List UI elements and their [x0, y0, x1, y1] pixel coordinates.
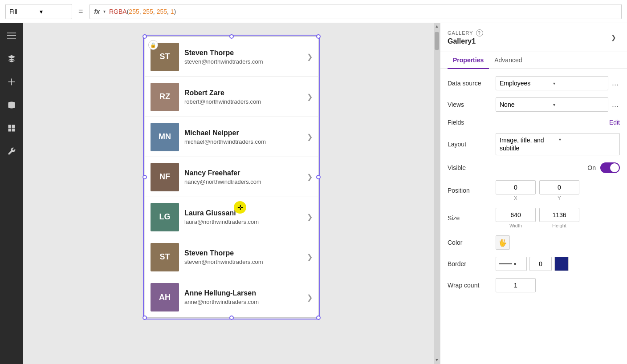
- border-line-preview: [499, 263, 512, 264]
- pos-x-input[interactable]: [496, 180, 536, 194]
- border-color-swatch[interactable]: [554, 257, 569, 271]
- views-value: None: [500, 101, 551, 108]
- layout-row: Layout Image, title, and subtitle ▾: [448, 133, 620, 155]
- panel-label: GALLERY ?: [448, 29, 607, 36]
- views-row: Views None ▾ …: [448, 97, 620, 112]
- avatar: LG: [151, 203, 179, 231]
- left-sidebar: [0, 23, 23, 364]
- visible-toggle[interactable]: [600, 162, 620, 173]
- border-width-input[interactable]: [529, 257, 552, 271]
- handle-top-mid[interactable]: [229, 34, 234, 39]
- handle-bot-mid[interactable]: [229, 315, 234, 320]
- y-label: Y: [558, 195, 561, 201]
- gallery-item[interactable]: STSteven Thorpesteven@northwindtraders.c…: [145, 37, 318, 77]
- handle-top-right[interactable]: [316, 34, 321, 39]
- wrap-count-label: Wrap count: [448, 282, 492, 289]
- tab-advanced[interactable]: Advanced: [489, 52, 527, 69]
- chevron-right-icon: ❯: [307, 213, 313, 221]
- item-email: laura@northwindtraders.com: [184, 218, 307, 225]
- layout-dropdown[interactable]: Image, title, and subtitle ▾: [496, 133, 620, 155]
- toggle-knob: [610, 163, 619, 172]
- fill-label: Fill: [9, 8, 38, 15]
- border-row: Border ▾: [448, 257, 620, 271]
- item-email: anne@northwindtraders.com: [184, 299, 307, 305]
- svg-rect-8: [8, 129, 12, 132]
- visible-control: On: [496, 162, 620, 173]
- lock-icon: 🔒: [148, 40, 158, 50]
- tools-icon[interactable]: [4, 144, 19, 158]
- views-dropdown[interactable]: None ▾: [496, 97, 608, 112]
- item-email: michael@northwindtraders.com: [184, 138, 307, 145]
- database-icon[interactable]: [4, 98, 19, 112]
- menu-icon[interactable]: [4, 28, 19, 43]
- fx-icon: fx: [94, 8, 100, 15]
- fx-chevron: ▾: [103, 9, 106, 14]
- gallery-item[interactable]: RZRobert Zarerobert@northwindtraders.com…: [145, 77, 318, 117]
- item-info: Steven Thorpesteven@northwindtraders.com: [184, 249, 307, 265]
- item-info: Laura Giussanilaura@northwindtraders.com: [184, 209, 307, 225]
- gallery-item[interactable]: NFNancy Freehafernancy@northwindtraders.…: [145, 157, 318, 197]
- data-source-value: Employees: [500, 80, 551, 87]
- svg-rect-6: [8, 125, 12, 128]
- handle-mid-right[interactable]: [316, 175, 321, 179]
- border-style-chevron: ▾: [514, 262, 516, 267]
- size-label: Size: [448, 214, 492, 222]
- gallery-item[interactable]: STSteven Thorpesteven@northwindtraders.c…: [145, 237, 318, 277]
- gallery[interactable]: STSteven Thorpesteven@northwindtraders.c…: [145, 36, 318, 318]
- help-icon[interactable]: ?: [476, 29, 483, 36]
- layers-icon[interactable]: [4, 52, 19, 66]
- gallery-item[interactable]: AHAnne Hellung-Larsenanne@northwindtrade…: [145, 277, 318, 317]
- item-name: Laura Giussani: [184, 209, 307, 217]
- svg-rect-1: [7, 35, 16, 36]
- views-control: None ▾ …: [496, 97, 620, 112]
- add-icon[interactable]: [4, 75, 19, 89]
- handle-top-left[interactable]: [142, 34, 147, 39]
- formula-bar[interactable]: fx ▾ RGBA(255, 255, 255, 1): [90, 4, 622, 19]
- width-label: Width: [509, 223, 522, 228]
- pos-y-input[interactable]: [539, 180, 579, 194]
- height-group: Height: [539, 208, 579, 228]
- equals-sign: =: [76, 7, 86, 16]
- color-swatch[interactable]: 🖐: [496, 235, 510, 250]
- chevron-right-icon: ❯: [307, 293, 313, 302]
- fields-edit-link[interactable]: Edit: [609, 119, 620, 126]
- position-label: Position: [448, 187, 492, 194]
- handle-bot-left[interactable]: [142, 315, 147, 320]
- panel-tabs: Properties Advanced: [440, 52, 627, 69]
- gallery-item[interactable]: MNMichael Neippermichael@northwindtrader…: [145, 117, 318, 157]
- scrollbar-vertical[interactable]: ▲ ▼: [434, 23, 440, 364]
- gallery-item[interactable]: LGLaura Giussanilaura@northwindtraders.c…: [145, 197, 318, 237]
- size-inputs: Width Height: [496, 208, 579, 228]
- svg-rect-9: [12, 129, 15, 132]
- wrap-count-input[interactable]: [496, 278, 536, 292]
- handle-mid-left[interactable]: [142, 175, 147, 179]
- item-name: Steven Thorpe: [184, 249, 307, 257]
- border-style-dropdown[interactable]: ▾: [496, 257, 527, 271]
- fields-row: Fields Edit: [448, 119, 620, 126]
- color-label: Color: [448, 239, 492, 246]
- fields-label: Fields: [448, 119, 492, 126]
- avatar: MN: [151, 123, 179, 151]
- scroll-thumb[interactable]: [435, 32, 439, 50]
- component-icon[interactable]: [4, 121, 19, 135]
- gallery-wrapper: ✛ 🔒 STSteven Thorpesteven@northwindtrade…: [145, 36, 318, 318]
- width-input[interactable]: [496, 208, 536, 222]
- panel-nav-arrow[interactable]: ❯: [607, 31, 620, 44]
- item-info: Anne Hellung-Larsenanne@northwindtraders…: [184, 289, 307, 305]
- chevron-right-icon: ❯: [307, 133, 313, 141]
- svg-rect-4: [8, 81, 15, 82]
- fill-chevron: ▾: [40, 8, 68, 15]
- handle-bot-right[interactable]: [316, 315, 321, 320]
- views-more[interactable]: …: [611, 100, 620, 109]
- tab-properties[interactable]: Properties: [448, 52, 489, 69]
- visible-row: Visible On: [448, 162, 620, 173]
- data-source-more[interactable]: …: [611, 79, 620, 88]
- height-input[interactable]: [539, 208, 579, 222]
- data-source-dropdown[interactable]: Employees ▾: [496, 76, 608, 90]
- color-row: Color 🖐: [448, 235, 620, 250]
- border-label: Border: [448, 260, 492, 267]
- chevron-right-icon: ❯: [307, 53, 313, 61]
- position-row: Position X Y: [448, 180, 620, 201]
- fill-dropdown[interactable]: Fill ▾: [5, 4, 72, 19]
- item-name: Michael Neipper: [184, 129, 307, 137]
